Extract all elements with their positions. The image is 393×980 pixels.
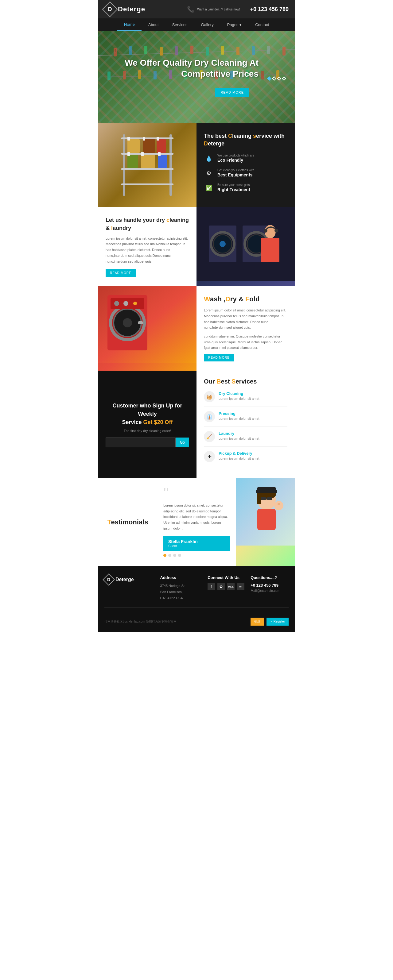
footer-address-line1: 3745 Noriega St, xyxy=(160,583,202,589)
footer-top: D Deterge Address 3745 Noriega St, San F… xyxy=(104,575,289,608)
wash-desc-2: conditum vitae enim. Quisque molestie co… xyxy=(204,334,288,351)
svg-rect-35 xyxy=(157,139,166,153)
dry-cleaning-name: Dry Cleaning xyxy=(219,391,259,396)
author-name: Stella Franklin xyxy=(168,539,225,544)
dry-cleaning-desc: Lorem ipsum dolor sit amet xyxy=(219,397,259,400)
signup-email-input[interactable] xyxy=(105,438,176,447)
facebook-icon[interactable]: f xyxy=(208,583,215,590)
footer-address-title: Address xyxy=(160,575,202,580)
svg-rect-74 xyxy=(261,497,266,500)
eco-title: Eco Friendly xyxy=(217,158,254,162)
cleaning-service-section: The best Cleaning service with Deterge 💧… xyxy=(98,123,295,207)
signup-go-button[interactable]: Go xyxy=(176,438,189,447)
pickup-delivery-name: Pickup & Delivery xyxy=(219,451,259,456)
nav-item-about[interactable]: About xyxy=(142,19,166,31)
svg-rect-54 xyxy=(261,238,280,262)
svg-point-55 xyxy=(264,229,267,232)
svg-rect-27 xyxy=(123,134,125,196)
footer-connect: Connect With Us f ✿ RSS vk xyxy=(208,575,244,601)
hero-title: We Offer Quality Dry Cleaning At Competi… xyxy=(98,57,259,80)
svg-rect-43 xyxy=(141,152,144,156)
nav-item-services[interactable]: Services xyxy=(166,19,194,31)
wash-image xyxy=(98,286,196,371)
services-title: Our Best Services xyxy=(204,378,288,385)
svg-rect-32 xyxy=(121,183,174,185)
svg-rect-44 xyxy=(158,152,161,156)
cleaning-service-title: The best Cleaning service with Deterge xyxy=(204,132,288,148)
svg-rect-10 xyxy=(236,47,240,55)
handle-image xyxy=(196,207,295,286)
eco-friendly-icon: 💧 xyxy=(204,154,214,164)
logo[interactable]: D Deterge xyxy=(104,4,145,15)
svg-rect-37 xyxy=(141,154,155,168)
testimonial-dot-1[interactable] xyxy=(163,554,166,557)
signup-subtitle: The first day dry cleaning order! xyxy=(105,429,189,433)
services-section: Customer who Sign Up for WeeklyService G… xyxy=(98,371,295,478)
nav-item-contact[interactable]: Contact xyxy=(248,19,276,31)
service-dry-cleaning: 🧺 Dry Cleaning Lorem ipsum dolor sit ame… xyxy=(204,391,288,407)
svg-rect-6 xyxy=(175,46,178,55)
svg-rect-13 xyxy=(283,47,286,56)
svg-point-73 xyxy=(278,503,280,505)
svg-rect-36 xyxy=(128,154,138,168)
testimonial-dot-4[interactable] xyxy=(178,554,181,557)
header: D Deterge 📞 Want a Launder...? call us n… xyxy=(98,0,295,18)
svg-rect-7 xyxy=(190,46,193,54)
logo-text: Deterge xyxy=(118,5,145,13)
footer: D Deterge Address 3745 Noriega St, San F… xyxy=(98,566,295,632)
hero-read-more-button[interactable]: READ MORE xyxy=(215,88,249,97)
nav-item-gallery[interactable]: Gallery xyxy=(194,19,220,31)
svg-rect-11 xyxy=(252,46,255,55)
footer-logo-text: Deterge xyxy=(115,577,134,582)
svg-rect-3 xyxy=(129,46,132,55)
towel-rack-illustration xyxy=(117,128,178,202)
testimonial-dot-3[interactable] xyxy=(173,554,176,557)
wash-text: Wash ,Dry & Fold Lorem ipsum dolor sit a… xyxy=(196,286,295,371)
footer-address-line3: CA 94122 USA xyxy=(160,595,202,601)
svg-rect-8 xyxy=(206,47,209,56)
footer-email: Mail@example.com xyxy=(251,589,289,592)
dryer-illustration xyxy=(98,286,196,363)
testimonial-dot-2[interactable] xyxy=(168,554,171,557)
pressing-name: Pressing xyxy=(219,411,259,416)
testimonials-title: Testimonials xyxy=(107,518,148,526)
footer-connect-title: Connect With Us xyxy=(208,575,244,580)
rss-icon[interactable]: RSS xyxy=(227,583,235,590)
equipment-title: Best Equipments xyxy=(217,172,254,177)
treatment-title: Right Treatment xyxy=(217,187,250,192)
services-list: Our Best Services 🧺 Dry Cleaning Lorem i… xyxy=(196,371,295,478)
handle-text: Let us handle your dry cleaning & laundr… xyxy=(98,207,196,286)
twitter-icon[interactable]: ✿ xyxy=(217,583,225,590)
footer-questions-title: Questions....? xyxy=(251,575,289,580)
handle-title: Let us handle your dry cleaning & laundr… xyxy=(105,216,189,232)
svg-point-72 xyxy=(274,501,283,510)
footer-address: Address 3745 Noriega St, San Francisco, … xyxy=(160,575,202,601)
svg-rect-31 xyxy=(121,168,174,170)
hero-section: We Offer Quality Dry Cleaning At Competi… xyxy=(98,31,295,123)
quote-mark-icon: " xyxy=(163,487,230,500)
laundry-desc: Lorem ipsum dolor sit amet xyxy=(219,437,259,440)
footer-login-button[interactable]: 登录 xyxy=(251,618,264,625)
nav-item-pages[interactable]: Pages ▾ xyxy=(220,19,248,31)
service-pickup-delivery: ✈ Pickup & Delivery Lorem ipsum dolor si… xyxy=(204,451,288,466)
footer-phone: +0 123 456 789 xyxy=(251,583,289,587)
wash-read-more-button[interactable]: READ MORE xyxy=(204,354,234,361)
author-role: Client xyxy=(168,544,225,548)
footer-register-button[interactable]: ✓ Register xyxy=(267,618,289,625)
svg-rect-42 xyxy=(128,152,130,156)
vk-icon[interactable]: vk xyxy=(237,583,244,590)
svg-point-65 xyxy=(123,301,128,306)
svg-rect-62 xyxy=(138,321,143,324)
handle-section: Let us handle your dry cleaning & laundr… xyxy=(98,207,295,286)
svg-rect-5 xyxy=(160,47,163,56)
handle-read-more-button[interactable]: READ MORE xyxy=(105,269,136,277)
svg-rect-12 xyxy=(267,46,270,54)
svg-point-66 xyxy=(133,302,137,305)
nav-item-home[interactable]: Home xyxy=(117,18,142,31)
svg-rect-9 xyxy=(221,46,224,55)
service-laundry: 🧹 Laundry Lorem ipsum dolor sit amet xyxy=(204,431,288,447)
testimonial-person-image xyxy=(236,478,295,566)
phone-icon: 📞 xyxy=(187,6,195,13)
footer-logo-diamond: D xyxy=(102,574,115,586)
pressing-desc: Lorem ipsum dolor sit amet xyxy=(219,417,259,420)
